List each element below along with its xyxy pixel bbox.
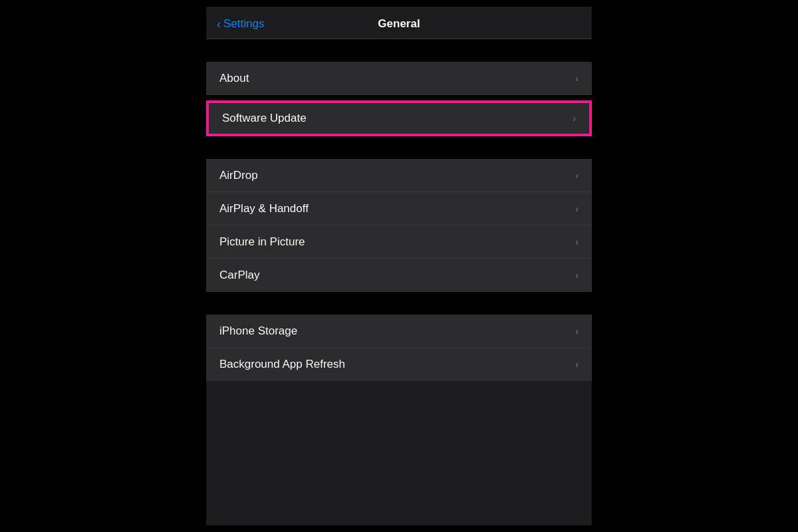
settings-content: About › Software Update › AirDrop › AirP… bbox=[206, 39, 592, 521]
list-item[interactable]: AirPlay & Handoff › bbox=[206, 192, 592, 225]
list-item[interactable]: AirDrop › bbox=[206, 159, 592, 192]
settings-group-storage: iPhone Storage › Background App Refresh … bbox=[206, 315, 592, 381]
about-label: About bbox=[219, 72, 249, 85]
chevron-right-icon: › bbox=[575, 326, 579, 336]
list-item[interactable]: iPhone Storage › bbox=[206, 315, 592, 348]
carplay-label: CarPlay bbox=[219, 269, 259, 282]
settings-group-software-update: Software Update › bbox=[206, 100, 592, 136]
list-item[interactable]: About › bbox=[206, 62, 592, 95]
phone-screen: ‹ Settings General About › Software Upda… bbox=[206, 7, 592, 525]
chevron-right-icon: › bbox=[573, 113, 576, 124]
section-gap-2 bbox=[206, 136, 592, 159]
section-gap-top bbox=[206, 39, 592, 62]
chevron-right-icon: › bbox=[575, 237, 579, 247]
background-app-refresh-label: Background App Refresh bbox=[219, 358, 345, 371]
list-item[interactable]: Software Update › bbox=[207, 102, 591, 135]
iphone-storage-label: iPhone Storage bbox=[219, 325, 297, 338]
airplay-handoff-label: AirPlay & Handoff bbox=[219, 202, 309, 215]
chevron-right-icon: › bbox=[575, 359, 579, 370]
airdrop-label: AirDrop bbox=[219, 169, 258, 182]
section-gap-3 bbox=[206, 292, 592, 315]
back-chevron-icon: ‹ bbox=[217, 17, 221, 31]
back-button[interactable]: ‹ Settings bbox=[217, 17, 264, 31]
chevron-right-icon: › bbox=[575, 203, 579, 214]
chevron-right-icon: › bbox=[575, 270, 579, 281]
chevron-right-icon: › bbox=[575, 170, 579, 181]
settings-group-connectivity: AirDrop › AirPlay & Handoff › Picture in… bbox=[206, 159, 592, 292]
chevron-right-icon: › bbox=[575, 73, 579, 84]
nav-header: ‹ Settings General bbox=[206, 7, 592, 39]
back-label[interactable]: Settings bbox=[223, 17, 264, 31]
list-item[interactable]: CarPlay › bbox=[206, 259, 592, 292]
list-item[interactable]: Picture in Picture › bbox=[206, 225, 592, 259]
software-update-label: Software Update bbox=[222, 112, 307, 125]
section-gap-1 bbox=[206, 95, 592, 100]
picture-in-picture-label: Picture in Picture bbox=[219, 235, 305, 249]
settings-group-about: About › bbox=[206, 62, 592, 95]
page-title: General bbox=[378, 17, 420, 31]
list-item[interactable]: Background App Refresh › bbox=[206, 348, 592, 381]
